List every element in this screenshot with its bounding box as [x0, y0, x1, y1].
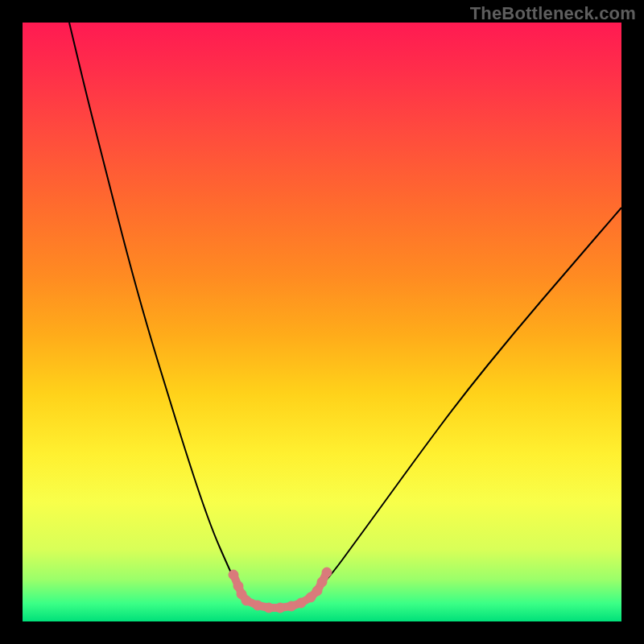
marker-dot — [229, 570, 238, 580]
chart-svg — [23, 23, 621, 621]
curve-left — [69, 23, 245, 601]
marker-dot — [296, 598, 306, 608]
chart-frame: TheBottleneck.com — [0, 0, 644, 644]
watermark-text: TheBottleneck.com — [470, 3, 636, 24]
marker-dot — [317, 577, 327, 587]
marker-dot — [242, 596, 251, 605]
marker-dot — [312, 586, 322, 596]
marker-dot — [275, 603, 285, 613]
curve-right — [304, 208, 621, 601]
curve-group — [69, 23, 621, 608]
marker-dot — [264, 603, 274, 613]
marker-group — [229, 568, 332, 613]
plot-area — [23, 23, 621, 621]
marker-dot — [253, 601, 262, 610]
marker-dot — [287, 601, 296, 611]
marker-dot — [322, 568, 332, 577]
